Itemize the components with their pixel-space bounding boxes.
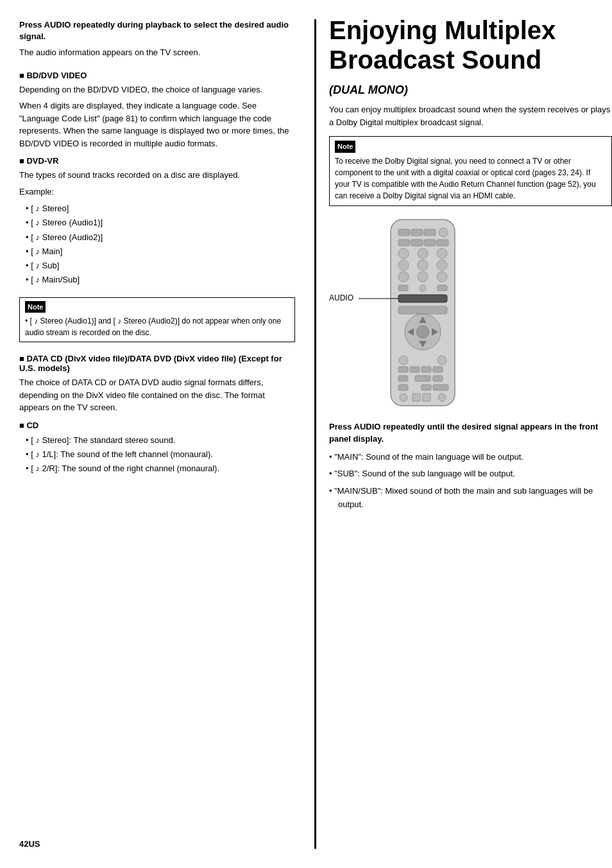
dvd-vr-bullets: [ ♪ Stereo] [ ♪ Stereo (Audio1)] [ ♪ Ste… (26, 202, 295, 287)
note-label: Note (25, 301, 46, 313)
list-item: [ ♪ Sub] (26, 259, 295, 273)
svg-rect-5 (398, 239, 410, 246)
svg-point-11 (437, 248, 447, 259)
svg-rect-7 (424, 239, 436, 246)
right-title: Enjoying Multiplex Broadcast Sound (329, 15, 612, 74)
svg-rect-34 (433, 367, 443, 372)
svg-rect-43 (423, 394, 430, 401)
svg-rect-40 (433, 385, 448, 390)
section-header-data-cd: DATA CD (DivX video file)/DATA DVD (DivX… (19, 354, 295, 373)
right-intro: You can enjoy multiplex broadcast sound … (329, 103, 612, 128)
left-column: Press AUDIO repeatedly during playback t… (19, 19, 314, 849)
bd-dvd-para1: Depending on the BD/DVD VIDEO, the choic… (19, 83, 295, 96)
page: Press AUDIO repeatedly during playback t… (0, 0, 612, 868)
svg-rect-3 (424, 229, 436, 236)
section-header-bd-dvd: BD/DVD VIDEO (19, 71, 295, 80)
svg-rect-39 (421, 385, 431, 390)
svg-point-15 (398, 272, 409, 282)
svg-point-30 (438, 356, 446, 365)
svg-point-16 (418, 272, 428, 282)
svg-rect-21 (398, 295, 447, 302)
right-bullets: "MAIN": Sound of the main language will … (329, 451, 612, 512)
list-item: "SUB": Sound of the sub language will be… (329, 467, 612, 481)
dvd-vr-note-text: • [ ♪ Stereo (Audio1)] and [ ♪ Stereo (A… (25, 315, 289, 338)
right-note-label: Note (335, 141, 355, 153)
right-column: Enjoying Multiplex Broadcast Sound (DUAL… (314, 19, 612, 849)
subtitle: (DUAL MONO) (329, 83, 612, 97)
svg-rect-38 (398, 385, 408, 390)
list-item: [ ♪ 2/R]: The sound of the right channel… (26, 462, 295, 476)
svg-point-29 (399, 356, 408, 365)
intro-text: The audio information appears on the TV … (19, 46, 295, 59)
svg-rect-35 (398, 376, 408, 381)
list-item: [ ♪ Stereo (Audio1)] (26, 216, 295, 230)
right-note-text: To receive the Dolby Digital signal, you… (335, 155, 606, 202)
list-item: [ ♪ Main] (26, 245, 295, 259)
bd-dvd-para2: When 4 digits are displayed, they indica… (19, 100, 295, 150)
svg-rect-1 (398, 229, 410, 236)
svg-rect-20 (438, 285, 447, 291)
svg-point-14 (437, 260, 447, 270)
list-item: [ ♪ 1/L]: The sound of the left channel … (26, 447, 295, 462)
list-item: "MAIN": Sound of the main language will … (329, 451, 612, 464)
section-header-dvd-vr: DVD-VR (19, 156, 295, 166)
cd-bullets: [ ♪ Stereo]: The standard stereo sound. … (26, 433, 295, 476)
svg-rect-2 (411, 229, 423, 236)
svg-point-44 (438, 394, 446, 401)
svg-rect-6 (411, 239, 423, 246)
list-item: [ ♪ Stereo (Audio2)] (26, 230, 295, 245)
svg-rect-22 (398, 306, 447, 314)
section-header-cd: CD (19, 421, 295, 430)
svg-rect-33 (421, 367, 431, 372)
press-audio-bold: Press AUDIO repeatedly until the desired… (329, 421, 612, 446)
svg-point-41 (400, 394, 407, 401)
svg-rect-18 (398, 285, 408, 291)
svg-rect-32 (410, 367, 420, 372)
remote-illustration (359, 216, 487, 409)
audio-label: AUDIO (329, 293, 353, 302)
svg-point-19 (420, 285, 426, 291)
list-item: [ ♪ Main/Sub] (26, 273, 295, 287)
svg-point-4 (439, 228, 448, 237)
dvd-vr-note-box: Note • [ ♪ Stereo (Audio1)] and [ ♪ Ster… (19, 297, 295, 343)
svg-point-24 (416, 326, 429, 338)
svg-rect-36 (415, 376, 430, 381)
svg-rect-37 (433, 376, 443, 381)
list-item: [ ♪ Stereo] (26, 202, 295, 216)
data-cd-para1: The choice of DATA CD or DATA DVD audio … (19, 376, 295, 414)
svg-point-13 (418, 260, 428, 270)
right-note-box: Note To receive the Dolby Digital signal… (329, 136, 612, 206)
svg-rect-42 (412, 394, 420, 401)
remote-area: AUDIO (329, 216, 612, 409)
svg-rect-8 (437, 239, 448, 246)
page-number: 42US (19, 826, 295, 849)
svg-point-12 (398, 260, 409, 270)
list-item: [ ♪ Stereo]: The standard stereo sound. (26, 433, 295, 447)
intro-bold-text: Press AUDIO repeatedly during playback t… (19, 19, 295, 42)
svg-point-9 (398, 248, 409, 259)
dvd-vr-para1: The types of sound tracks recorded on a … (19, 169, 295, 182)
svg-point-17 (437, 272, 447, 282)
dvd-vr-example: Example: (19, 186, 295, 198)
svg-rect-31 (398, 367, 408, 372)
svg-point-10 (418, 248, 428, 259)
list-item: "MAIN/SUB": Mixed sound of both the main… (329, 485, 612, 512)
